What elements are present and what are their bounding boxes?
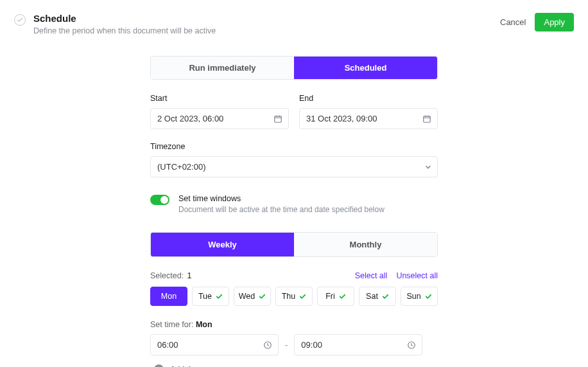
page-subtitle: Define the period when this document wil… [33,26,216,35]
time-separator: - [285,340,288,350]
cancel-button[interactable]: Cancel [500,17,526,27]
day-wed[interactable]: Wed [234,287,271,306]
day-sun[interactable]: Sun [401,287,438,306]
end-label: End [299,94,438,103]
check-icon [425,293,432,300]
day-sat[interactable]: Sat [359,287,396,306]
timezone-select[interactable]: (UTC+02:00) [150,156,438,177]
add-time-label: Add time [170,365,202,368]
mode-toggle: Run immediately Scheduled [150,56,438,80]
day-thu[interactable]: Thu [275,287,313,306]
day-label: Fri [325,292,335,301]
set-time-day: Mon [196,320,212,329]
tab-monthly[interactable]: Monthly [294,233,437,256]
toggle-description: Document will be active at the time and … [178,205,385,214]
select-all-button[interactable]: Select all [355,271,388,280]
day-label: Sun [406,292,420,301]
day-label: Wed [239,292,255,301]
period-toggle: Weekly Monthly [150,232,438,257]
day-label: Sat [366,292,378,301]
unselect-all-button[interactable]: Unselect all [396,271,438,280]
check-icon [339,293,346,300]
day-fri[interactable]: Fri [317,287,354,306]
tab-run-immediately[interactable]: Run immediately [151,57,294,79]
selected-label: Selected: [150,271,184,280]
day-label: Thu [282,292,296,301]
check-icon [216,293,223,300]
set-time-windows-toggle[interactable] [150,195,169,205]
time-from-input[interactable] [150,334,279,355]
day-label: Mon [161,292,177,301]
timezone-label: Timezone [150,142,438,151]
tab-scheduled[interactable]: Scheduled [294,57,437,79]
day-mon[interactable]: Mon [150,287,187,306]
apply-button[interactable]: Apply [535,13,574,31]
selected-count: 1 [187,271,192,280]
check-icon [382,293,389,300]
add-time-button[interactable]: + Add time [150,364,202,367]
step-status-icon [14,14,26,26]
check-icon [259,293,266,300]
day-tue[interactable]: Tue [192,287,229,306]
time-to-input[interactable] [294,334,422,355]
page-title: Schedule [33,13,216,24]
start-input[interactable] [150,108,289,129]
day-label: Tue [198,292,212,301]
end-input[interactable] [299,108,438,129]
check-icon [299,293,306,300]
tab-weekly[interactable]: Weekly [151,233,294,256]
toggle-label: Set time windows [178,194,385,203]
set-time-prefix: Set time for: [150,320,193,329]
plus-icon: + [154,364,164,367]
start-label: Start [150,94,289,103]
